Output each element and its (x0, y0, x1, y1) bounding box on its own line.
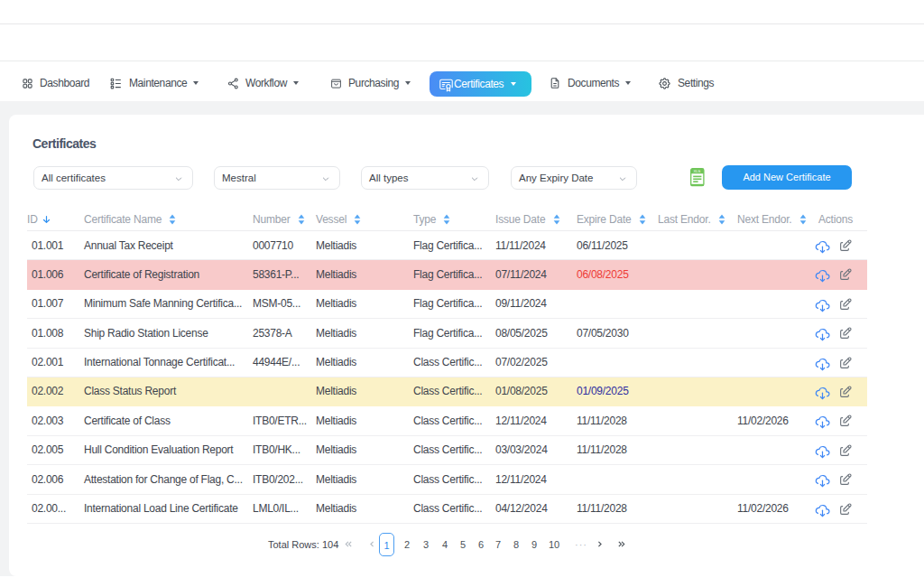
svg-text:XLS: XLS (693, 169, 700, 173)
